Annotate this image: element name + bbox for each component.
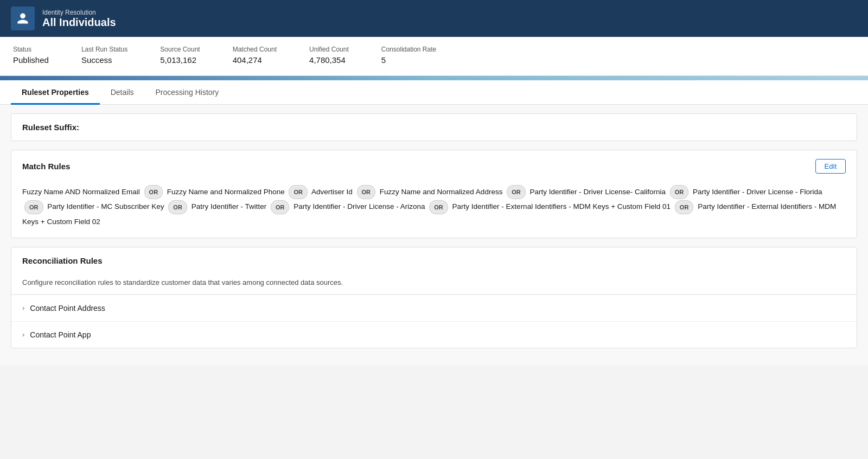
chevron-right-icon-2: › — [22, 330, 24, 339]
header-title: All Individuals — [42, 16, 116, 29]
header-text: Identity Resolution All Individuals — [42, 9, 116, 29]
stat-item-status: Status Published — [13, 46, 49, 65]
stat-label: Unified Count — [309, 46, 349, 53]
app-header: Identity Resolution All Individuals — [0, 0, 868, 37]
or-badge-4: OR — [507, 185, 526, 199]
stat-label: Last Run Status — [81, 46, 127, 53]
ruleset-suffix-card: Ruleset Suffix: — [11, 113, 857, 141]
or-badge-7: OR — [168, 200, 187, 214]
gradient-divider — [0, 76, 868, 80]
or-badge-2: OR — [289, 185, 308, 199]
rule-party-driver-ca: Party Identifier - Driver License- Calif… — [529, 188, 666, 196]
stat-label: Status — [13, 46, 49, 53]
tab-bar: Ruleset Properties Details Processing Hi… — [0, 80, 868, 105]
contact-point-app-label: Contact Point App — [30, 330, 91, 339]
or-badge-3: OR — [357, 185, 376, 199]
stat-label: Consolidation Rate — [381, 46, 436, 53]
header-subtitle: Identity Resolution — [42, 9, 116, 16]
rule-advertiser-id: Advertiser Id — [311, 188, 353, 196]
or-badge-10: OR — [675, 200, 694, 214]
stat-label: Source Count — [160, 46, 200, 53]
or-badge-6: OR — [24, 200, 43, 214]
tab-details[interactable]: Details — [100, 80, 145, 105]
person-icon — [16, 12, 29, 25]
rule-party-driver-az: Party Identifier - Driver License - Ariz… — [293, 202, 425, 211]
stats-bar: Status Published Last Run Status Success… — [0, 37, 868, 76]
stat-item-matched-count: Matched Count 404,274 — [233, 46, 277, 65]
stat-value: 5,013,162 — [160, 55, 200, 65]
stat-item-consolidation-rate: Consolidation Rate 5 — [381, 46, 436, 65]
stat-item-source-count: Source Count 5,013,162 — [160, 46, 200, 65]
rule-fuzzy-name-email: Fuzzy Name AND Normalized Email — [22, 188, 140, 196]
expand-contact-point-address[interactable]: › Contact Point Address — [11, 295, 857, 321]
reconciliation-rules-card: Reconciliation Rules Configure reconcili… — [11, 247, 857, 348]
reconciliation-rules-title: Reconciliation Rules — [11, 247, 857, 274]
rule-fuzzy-name-address: Fuzzy Name and Normalized Address — [380, 188, 503, 196]
or-badge-8: OR — [271, 200, 290, 214]
stat-value: 5 — [381, 55, 436, 65]
tab-ruleset-properties[interactable]: Ruleset Properties — [11, 80, 100, 105]
rule-party-external-1: Party Identifier - External Identifiers … — [452, 202, 671, 211]
stat-value: Published — [13, 55, 49, 65]
stat-value: Success — [81, 55, 127, 65]
stat-item-last-run-status: Last Run Status Success — [81, 46, 127, 65]
content-area: Ruleset Suffix: Match Rules Edit Fuzzy N… — [0, 105, 868, 366]
reconciliation-rules-description: Configure reconciliation rules to standa… — [11, 274, 857, 294]
edit-button[interactable]: Edit — [815, 159, 846, 174]
rule-party-twitter: Patry Identifier - Twitter — [192, 202, 267, 211]
or-badge-1: OR — [144, 185, 163, 199]
match-rules-title: Match Rules — [22, 162, 70, 171]
rule-party-mc-subscriber: Party Identifier - MC Subscriber Key — [47, 202, 164, 211]
chevron-right-icon: › — [22, 304, 24, 312]
contact-point-address-label: Contact Point Address — [30, 304, 105, 313]
rule-fuzzy-name-phone: Fuzzy Name and Normalized Phone — [167, 188, 285, 196]
match-rules-header-row: Match Rules Edit — [11, 150, 857, 180]
main-content: Ruleset Properties Details Processing Hi… — [0, 80, 868, 366]
match-rules-card: Match Rules Edit Fuzzy Name AND Normaliz… — [11, 150, 857, 238]
app-icon — [11, 7, 35, 30]
stat-label: Matched Count — [233, 46, 277, 53]
or-badge-9: OR — [429, 200, 448, 214]
rule-party-driver-fl: Party Identifier - Driver License - Flor… — [693, 188, 822, 196]
stat-item-unified-count: Unified Count 4,780,354 — [309, 46, 349, 65]
stat-value: 404,274 — [233, 55, 277, 65]
stat-value: 4,780,354 — [309, 55, 349, 65]
ruleset-suffix-header: Ruleset Suffix: — [11, 114, 857, 141]
expand-contact-point-app[interactable]: › Contact Point App — [11, 321, 857, 348]
or-badge-5: OR — [670, 185, 689, 199]
tab-processing-history[interactable]: Processing History — [145, 80, 230, 105]
match-rules-content: Fuzzy Name AND Normalized Email OR Fuzzy… — [11, 180, 857, 238]
